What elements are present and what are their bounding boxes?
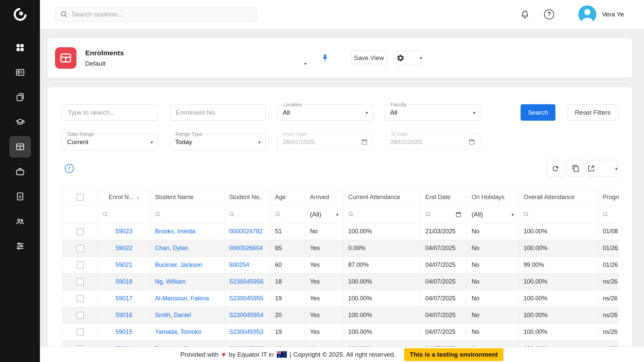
student-no-link[interactable]: S230045953 — [229, 328, 263, 335]
filter-current-attendance[interactable] — [343, 206, 421, 223]
student-no-link[interactable]: S230045954 — [229, 312, 263, 318]
help-icon[interactable]: ? — [544, 9, 554, 19]
location-select[interactable]: Location All ▾ — [278, 104, 373, 121]
search-button[interactable]: Search — [521, 104, 555, 121]
column-header-arrived[interactable]: Arrived — [305, 189, 343, 206]
filter-progress[interactable] — [598, 206, 619, 223]
current-attendance-cell: 100.00% — [343, 223, 421, 240]
filter-end-date[interactable] — [421, 206, 467, 223]
enrol-no-link[interactable]: 59021 — [115, 261, 132, 268]
filter-arrived[interactable]: (All)▾ — [305, 206, 343, 223]
view-settings-button[interactable]: ▾ — [396, 51, 422, 65]
filter-on-holidays[interactable]: (All)▾ — [467, 206, 519, 223]
column-header-progress[interactable]: Progress — [598, 189, 619, 206]
row-checkbox[interactable] — [76, 295, 84, 302]
faculty-select[interactable]: Faculty All ▾ — [385, 104, 480, 121]
student-name-link[interactable]: Ng, William — [155, 278, 185, 285]
row-checkbox[interactable] — [76, 228, 84, 235]
user-name[interactable]: Vera Ye — [602, 11, 624, 18]
overall-attendance-cell: 99.00% — [519, 257, 598, 274]
student-name-link[interactable]: Smith, Daniel — [155, 312, 191, 318]
pin-view-button[interactable] — [321, 54, 329, 62]
export-button[interactable]: ▾ — [587, 160, 618, 177]
reset-filters-button[interactable]: Reset Filters — [568, 104, 618, 121]
enrol-no-link[interactable]: 59016 — [115, 312, 132, 318]
sidebar-item-invoices[interactable]: $ — [9, 186, 31, 207]
column-header-student-name[interactable]: Student Name — [150, 189, 224, 206]
refresh-button[interactable] — [547, 160, 564, 177]
student-no-link[interactable]: 500254 — [229, 261, 249, 268]
student-no-link[interactable]: S230045956 — [229, 278, 263, 285]
export-icon — [587, 165, 595, 172]
column-header-current-attendance[interactable]: Current Attendance — [343, 189, 421, 206]
search-icon — [229, 212, 235, 217]
enrol-no-link[interactable]: 59015 — [115, 328, 132, 335]
filter-student-no[interactable] — [224, 206, 270, 223]
page-title: Enrolments — [85, 49, 307, 57]
student-no-link[interactable]: S230045955 — [229, 295, 263, 302]
keyword-search-input[interactable] — [62, 104, 158, 121]
student-name-link[interactable]: Yamada, Tomoko — [155, 328, 201, 335]
student-name-link[interactable]: Brooks, Imelda — [155, 228, 195, 235]
gear-icon — [396, 54, 405, 62]
student-no-link[interactable]: 0000024782 — [229, 228, 263, 235]
student-no-link[interactable]: 0000026604 — [229, 245, 263, 251]
sidebar-item-enrolments[interactable] — [9, 136, 31, 158]
column-header-age[interactable]: Age — [270, 189, 305, 206]
filter-student-name[interactable] — [150, 206, 224, 223]
sidebar-item-settings[interactable] — [9, 235, 31, 257]
row-checkbox[interactable] — [76, 261, 84, 269]
enrol-no-link[interactable]: 59023 — [115, 228, 132, 235]
search-icon — [103, 212, 108, 217]
calendar-icon — [361, 138, 368, 145]
sidebar-item-dashboard[interactable] — [9, 37, 31, 58]
column-header-end-date[interactable]: End Date — [421, 189, 467, 206]
search-icon — [524, 212, 529, 217]
row-checkbox[interactable] — [76, 278, 84, 286]
column-header-enrol-no[interactable]: Enrol N...↓ — [98, 189, 150, 206]
table-row: 59023 Brooks, Imelda 0000024782 51 No 10… — [62, 223, 619, 240]
student-name-link[interactable]: Al-Mansouri, Fatima — [155, 295, 209, 302]
end-date-cell: 04/07/2025 — [421, 341, 467, 347]
chevron-down-icon: ▾ — [258, 139, 261, 145]
notifications-button[interactable] — [520, 9, 530, 19]
select-all-checkbox[interactable] — [76, 193, 84, 201]
info-icon[interactable]: ! — [65, 164, 74, 173]
range-type-select[interactable]: Range Type Today ▾ — [170, 134, 266, 150]
column-chooser-button[interactable] — [567, 160, 584, 177]
sidebar-item-contacts[interactable] — [9, 62, 31, 83]
filter-overall-attendance[interactable] — [519, 206, 598, 223]
sidebar-item-groups[interactable] — [9, 210, 31, 232]
sidebar-item-academics[interactable] — [9, 111, 31, 133]
row-checkbox[interactable] — [76, 312, 84, 319]
sidebar-item-documents[interactable] — [9, 86, 31, 108]
search-students-input[interactable] — [72, 11, 246, 18]
search-icon — [155, 212, 161, 217]
enrol-no-link[interactable]: 59018 — [115, 278, 132, 285]
filter-enrol-no[interactable] — [98, 206, 150, 223]
location-label: Location — [281, 102, 304, 107]
current-attendance-cell: 100.00% — [343, 341, 421, 347]
save-view-button[interactable]: Save View — [351, 51, 387, 65]
to-date-field: To Date 28/01/2025 — [385, 134, 480, 150]
column-header-on-holidays[interactable]: On Holidays — [467, 189, 519, 206]
student-name-link[interactable]: Buckner, Jackson — [155, 261, 202, 268]
australia-flag-icon — [277, 351, 287, 358]
enrolment-no-input[interactable] — [170, 104, 266, 121]
age-cell: 18 — [270, 274, 305, 290]
enrol-no-link[interactable]: 59017 — [115, 295, 132, 302]
filter-age[interactable] — [270, 206, 305, 223]
view-selector[interactable]: Default ▾ — [85, 60, 307, 67]
student-search-box[interactable] — [55, 7, 257, 21]
sidebar-item-jobs[interactable] — [9, 161, 31, 182]
row-checkbox[interactable] — [76, 245, 84, 252]
column-header-overall-attendance[interactable]: Overall Attendance — [519, 189, 598, 206]
student-name-link[interactable]: Chan, Dylan — [155, 245, 188, 251]
copy-icon — [572, 165, 580, 172]
faculty-label: Faculty — [389, 102, 408, 107]
row-checkbox[interactable] — [76, 328, 84, 336]
enrol-no-link[interactable]: 59022 — [115, 245, 132, 251]
date-range-select[interactable]: Date Range Current ▾ — [62, 134, 158, 150]
user-avatar[interactable] — [578, 5, 596, 23]
column-header-student-no[interactable]: Student No. — [224, 189, 270, 206]
